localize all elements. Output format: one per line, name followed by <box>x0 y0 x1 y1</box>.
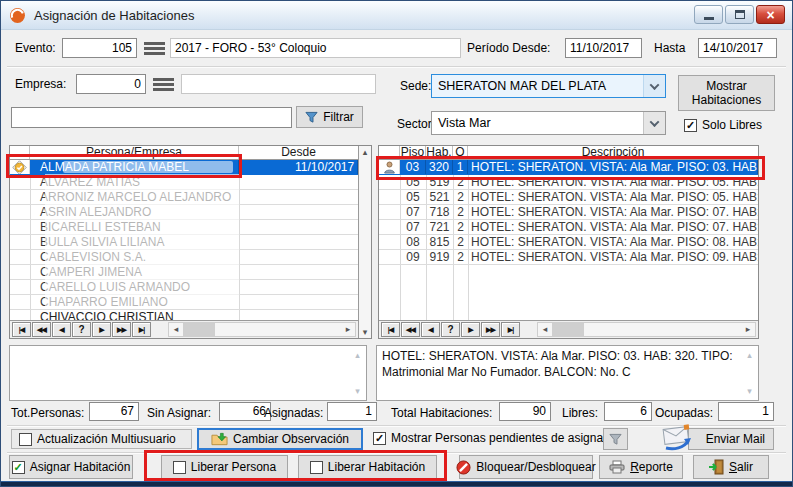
ocupadas-value: 1 <box>718 402 774 421</box>
nav-first-button[interactable]: |◀ <box>381 322 400 337</box>
col-hab[interactable]: Hab. <box>426 146 453 159</box>
scroll-up-icon[interactable]: ▴ <box>747 347 752 363</box>
scroll-up-icon[interactable]: ▴ <box>363 146 368 158</box>
cambiar-observacion-button[interactable]: Cambiar Observación <box>197 428 363 450</box>
evento-lookup-menu-icon[interactable] <box>144 42 165 55</box>
scroll-down-icon[interactable]: ▾ <box>355 383 360 399</box>
filter-pendientes-button[interactable] <box>603 428 628 450</box>
bloquear-desbloquear-button[interactable]: Bloquear/Desbloquear <box>459 455 593 479</box>
persona-row[interactable]: CABLEVISION S.A. <box>10 250 358 265</box>
nav-prior-button[interactable]: ◀ <box>52 322 71 337</box>
nav-prior-page-button[interactable]: ◀◀ <box>32 322 51 337</box>
checkbox-icon[interactable] <box>373 432 386 445</box>
habitacion-row[interactable]: 088152HOTEL: SHERATON. VISTA: Ala Mar. P… <box>379 235 758 250</box>
sede-combobox[interactable]: SHERATON MAR DEL PLATA <box>431 74 666 98</box>
persona-row[interactable]: BICARELLI ESTEBAN <box>10 220 358 235</box>
search-input[interactable] <box>11 107 292 128</box>
persona-row[interactable]: ASRIN ALEJANDRO <box>10 205 358 220</box>
scrollbar-thumb[interactable] <box>183 323 215 336</box>
checkbox-icon[interactable] <box>19 433 32 446</box>
persona-row[interactable]: CARELLO LUIS ARMANDO <box>10 280 358 295</box>
col-desde[interactable]: Desde <box>239 146 358 159</box>
scroll-right-icon[interactable]: ▸ <box>341 323 355 336</box>
asignar-habitacion-button[interactable]: Asignar Habitación <box>9 455 133 479</box>
enviar-mail-button[interactable]: Enviar Mail <box>688 428 774 450</box>
scroll-right-icon[interactable]: ▸ <box>741 323 755 336</box>
evento-number-field[interactable] <box>62 38 137 58</box>
scroll-up-icon[interactable]: ▴ <box>355 347 360 363</box>
col-descripcion[interactable]: Descripción <box>468 146 758 159</box>
nav-next-button[interactable]: ▶ <box>92 322 111 337</box>
close-button[interactable]: × <box>756 5 785 24</box>
persona-row[interactable]: BULLA SILVIA LILIANA <box>10 235 358 250</box>
scrollbar-thumb[interactable] <box>552 323 584 336</box>
hasta-field[interactable] <box>698 38 777 58</box>
empresa-number-field[interactable] <box>76 74 146 94</box>
liberar-persona-button[interactable]: Liberar Persona <box>161 455 288 479</box>
cell-desc: HOTEL: SHERATON. VISTA: Ala Mar. PISO: 0… <box>468 160 758 174</box>
habitacion-row-selected[interactable]: 03 320 1 HOTEL: SHERATON. VISTA: Ala Mar… <box>379 160 758 175</box>
libres-label: Libres: <box>562 405 598 421</box>
mostrar-pendientes-checkbox[interactable]: Mostrar Personas pendientes de asignació… <box>373 431 625 445</box>
sede-dropdown-button[interactable] <box>643 75 665 97</box>
scroll-left-icon[interactable]: ◂ <box>538 323 552 336</box>
persona-row[interactable]: CHIVACCIO CHRISTIAN <box>10 310 358 320</box>
nav-help-button[interactable]: ? <box>441 322 460 337</box>
habitacion-row[interactable]: 099192HOTEL: SHERATON. VISTA: Ala Mar. P… <box>379 250 758 265</box>
col-o[interactable]: O <box>453 146 468 159</box>
nav-first-button[interactable]: |◀ <box>12 322 31 337</box>
solo-libres-checkbox[interactable]: Solo Libres <box>684 118 762 132</box>
liberar-habitacion-button[interactable]: Liberar Habitación <box>298 455 437 479</box>
client-area: Evento: 2017 - FORO - 53° Coloquio Perío… <box>5 30 788 481</box>
personas-grid-navigator: |◀ ◀◀ ◀ ? ▶ ▶▶ ▶| ◂ ▸ <box>10 320 358 338</box>
cell-piso: 03 <box>400 160 426 174</box>
persona-row[interactable]: ARRONIZ MARCELO ALEJANDRO <box>10 190 358 205</box>
nav-help-button[interactable]: ? <box>72 322 91 337</box>
persona-selected-desde: 11/10/2017 <box>239 160 358 174</box>
habitaciones-grid: Piso Hab. O Descripción 03 320 <box>378 145 759 339</box>
nav-prior-button[interactable]: ◀ <box>421 322 440 337</box>
filtrar-button[interactable]: Filtrar <box>296 106 363 128</box>
observacion-habitacion-textarea[interactable]: HOTEL: SHERATON. VISTA: Ala Mar. PISO: 0… <box>376 345 759 401</box>
ocupadas-label: Ocupadas: <box>655 405 713 421</box>
habitacion-row[interactable]: 055192HOTEL: SHERATON. VISTA: Ala Mar. P… <box>379 175 758 190</box>
nav-last-button[interactable]: ▶| <box>132 322 151 337</box>
persona-row-selected[interactable]: ALMADA PATRICIA MABEL 11/10/2017 <box>10 160 358 175</box>
vertical-scrollbar[interactable]: ▴ ▾ <box>358 146 371 338</box>
observacion-persona-textarea[interactable]: ▴▾ <box>9 345 367 401</box>
scroll-down-icon[interactable]: ▾ <box>747 383 752 399</box>
salir-button[interactable]: Salir <box>693 455 769 479</box>
sector-dropdown-button[interactable] <box>643 112 665 134</box>
scroll-left-icon[interactable]: ◂ <box>169 323 183 336</box>
nav-next-page-button[interactable]: ▶▶ <box>481 322 500 337</box>
nav-next-button[interactable]: ▶ <box>461 322 480 337</box>
col-piso[interactable]: Piso <box>400 146 426 159</box>
habitacion-row[interactable]: 055212HOTEL: SHERATON. VISTA: Ala Mar. P… <box>379 190 758 205</box>
scroll-down-icon[interactable]: ▾ <box>363 326 368 338</box>
cell-hab: 320 <box>426 160 453 174</box>
checkbox-icon[interactable] <box>684 119 697 132</box>
minimize-button[interactable] <box>694 5 723 24</box>
solo-libres-label: Solo Libres <box>702 118 762 132</box>
periodo-desde-field[interactable] <box>565 38 642 58</box>
personas-grid-body: ALMADA PATRICIA MABEL 11/10/2017 ALVAREZ… <box>10 160 358 320</box>
mostrar-habitaciones-button[interactable]: Mostrar Habitaciones <box>678 75 775 111</box>
col-persona-empresa[interactable]: Persona/Empresa <box>30 146 239 159</box>
actualizacion-multiusuario-checkbox[interactable]: Actualización Multiusuario <box>11 429 192 449</box>
nav-next-page-button[interactable]: ▶▶ <box>112 322 131 337</box>
sector-combobox[interactable]: Vista Mar <box>431 111 666 135</box>
nav-prior-page-button[interactable]: ◀◀ <box>401 322 420 337</box>
reporte-button[interactable]: Reporte <box>599 455 683 479</box>
maximize-button[interactable] <box>725 5 754 24</box>
persona-name: BICARELLI ESTEBAN <box>30 220 239 234</box>
habitacion-row[interactable]: 077212HOTEL: SHERATON. VISTA: Ala Mar. P… <box>379 220 758 235</box>
persona-row[interactable]: CAMPERI JIMENA <box>10 265 358 280</box>
nav-last-button[interactable]: ▶| <box>501 322 520 337</box>
habitacion-row[interactable]: 077182HOTEL: SHERATON. VISTA: Ala Mar. P… <box>379 205 758 220</box>
persona-row[interactable]: ALVAREZ MATIAS <box>10 175 358 190</box>
persona-row[interactable]: CHAPARRO EMILIANO <box>10 295 358 310</box>
horizontal-scrollbar[interactable]: ◂ ▸ <box>537 322 756 337</box>
horizontal-scrollbar[interactable]: ◂ ▸ <box>168 322 356 337</box>
total-habitaciones-label: Total Habitaciones: <box>391 405 492 421</box>
empresa-lookup-menu-icon[interactable] <box>153 78 174 91</box>
